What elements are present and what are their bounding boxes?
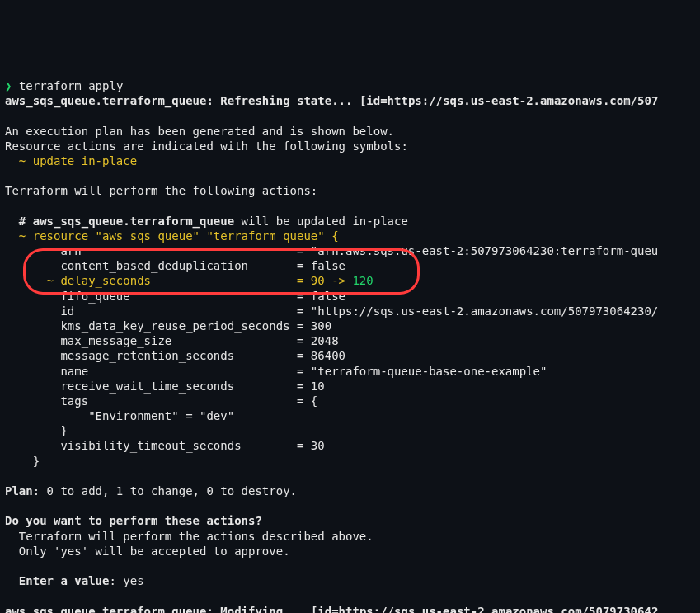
prompt-char: ❯ (5, 79, 12, 92)
refresh-line: aws_sqs_queue.terraform_queue: Refreshin… (5, 94, 658, 107)
attr-tags-close: } (5, 424, 68, 437)
confirm-line-1: Terraform will perform the actions descr… (5, 530, 373, 543)
attr-kms: kms_data_key_reuse_period_seconds = 300 (5, 319, 331, 332)
attr-arn: arn = "arn:aws:sqs:us-east-2:50797306423… (5, 244, 658, 257)
modifying-line: aws_sqs_queue.terraform_queue: Modifying… (5, 605, 658, 614)
attr-receive-wait: receive_wait_time_seconds = 10 (5, 380, 325, 393)
intro-line-1: An execution plan has been generated and… (5, 125, 394, 138)
attr-content-dedup: content_based_deduplication = false (5, 259, 345, 272)
attr-name: name = "terraform-queue-base-one-example… (5, 365, 547, 378)
resource-close: } (5, 455, 40, 468)
plan-line: Plan: 0 to add, 1 to change, 0 to destro… (5, 484, 297, 497)
symbol-update: ~ update in-place (5, 154, 137, 167)
resource-header: # aws_sqs_queue.terraform_queue (5, 215, 234, 228)
command: terraform apply (19, 79, 123, 92)
resource-open: ~ resource "aws_sqs_queue" "terraform_qu… (5, 229, 339, 243)
attr-visibility: visibility_timeout_seconds = 30 (5, 439, 325, 452)
attr-retention: message_retention_seconds = 86400 (5, 349, 345, 362)
attr-tags-inner: "Environment" = "dev" (5, 409, 234, 422)
attr-fifo: fifo_queue = false (5, 290, 345, 303)
attr-tags: tags = { (5, 394, 317, 408)
confirm-question: Do you want to perform these actions? (5, 514, 262, 527)
intro-line-2: Resource actions are indicated with the … (5, 139, 408, 153)
enter-value-label: Enter a value (5, 574, 109, 587)
confirm-line-2: Only 'yes' will be accepted to approve. (5, 545, 290, 558)
attr-max-msg: max_message_size = 2048 (5, 334, 339, 347)
attr-delay-seconds: ~ delay_seconds = 90 -> 120 (5, 274, 373, 287)
enter-value-input[interactable]: : yes (109, 574, 143, 587)
attr-id: id = "https://sqs.us-east-2.amazonaws.co… (5, 304, 658, 318)
perform-line: Terraform will perform the following act… (5, 184, 317, 197)
terminal-window: ❯ terraform apply aws_sqs_queue.terrafor… (0, 60, 700, 613)
